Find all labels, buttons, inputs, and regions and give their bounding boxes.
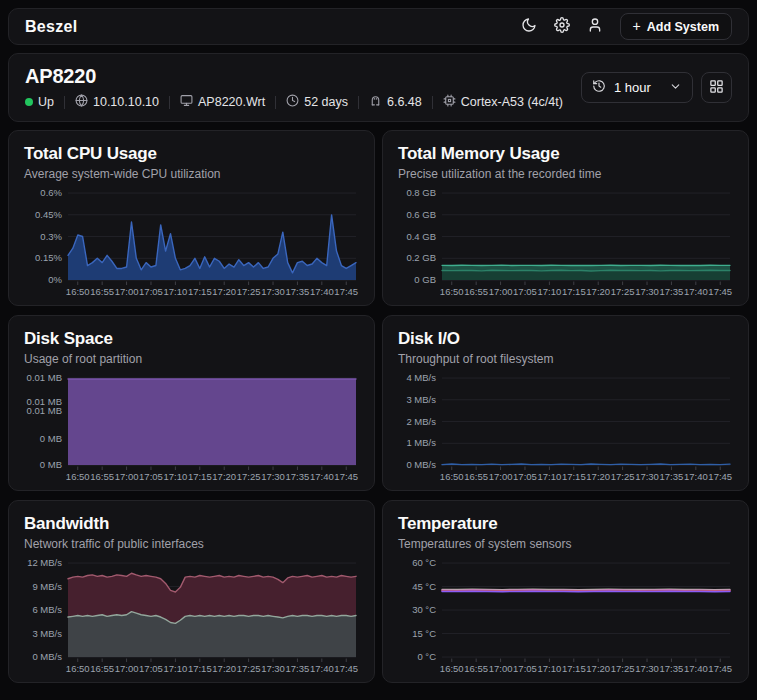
svg-text:17:35: 17:35 xyxy=(286,663,310,674)
svg-text:16:50: 16:50 xyxy=(440,471,464,482)
card-total-memory-usage: Total Memory Usage Precise utilization a… xyxy=(382,130,749,306)
svg-text:17:25: 17:25 xyxy=(237,663,261,674)
svg-text:17:35: 17:35 xyxy=(660,663,684,674)
svg-text:17:45: 17:45 xyxy=(708,471,732,482)
svg-text:0 MB: 0 MB xyxy=(40,459,62,470)
svg-text:17:30: 17:30 xyxy=(261,286,285,297)
svg-text:30 °C: 30 °C xyxy=(412,604,436,615)
system-info: AP8220 Up 10.10.10.10 xyxy=(25,65,563,110)
chevron-down-icon xyxy=(669,80,682,96)
card-subtitle: Network traffic of public interfaces xyxy=(24,537,359,551)
cpu-usage-chart[interactable]: 0%0.15%0.3%0.45%0.6%16:5016:5517:0017:05… xyxy=(24,188,359,299)
svg-text:16:55: 16:55 xyxy=(90,286,114,297)
system-hostname: AP8220.Wrt xyxy=(180,94,265,110)
charts-grid: Total CPU Usage Average system-wide CPU … xyxy=(8,130,749,683)
svg-text:17:40: 17:40 xyxy=(684,286,708,297)
theme-toggle-button[interactable] xyxy=(521,17,537,36)
memory-usage-chart[interactable]: 0 GB0.2 GB0.4 GB0.6 GB0.8 GB16:5016:5517… xyxy=(398,188,733,299)
divider xyxy=(275,96,276,109)
beszel-logo[interactable]: Beszel xyxy=(25,18,78,36)
svg-text:0.6%: 0.6% xyxy=(40,188,62,198)
svg-text:17:15: 17:15 xyxy=(562,471,586,482)
svg-text:0.01 MB: 0.01 MB xyxy=(27,373,62,383)
svg-text:17:15: 17:15 xyxy=(188,286,212,297)
svg-text:17:00: 17:00 xyxy=(115,471,139,482)
system-kernel: 6.6.48 xyxy=(369,94,422,110)
temperature-chart[interactable]: 0 °C15 °C30 °C45 °C60 °C16:5016:5517:001… xyxy=(398,558,733,676)
svg-text:0.45%: 0.45% xyxy=(35,209,62,220)
svg-text:17:05: 17:05 xyxy=(513,286,537,297)
svg-text:17:30: 17:30 xyxy=(261,471,285,482)
topbar-actions: + Add System xyxy=(521,13,732,40)
svg-text:17:35: 17:35 xyxy=(660,471,684,482)
svg-text:17:10: 17:10 xyxy=(537,663,561,674)
svg-text:16:50: 16:50 xyxy=(440,663,464,674)
svg-text:16:50: 16:50 xyxy=(66,471,90,482)
svg-text:17:30: 17:30 xyxy=(261,663,285,674)
svg-text:15 °C: 15 °C xyxy=(412,627,436,638)
svg-text:2 MB/s: 2 MB/s xyxy=(406,415,436,426)
card-title: Disk I/O xyxy=(398,329,733,349)
card-title: Disk Space xyxy=(24,329,359,349)
page: Beszel + Add System xyxy=(0,0,757,691)
svg-text:17:30: 17:30 xyxy=(635,286,659,297)
chart-controls: 1 hour xyxy=(581,72,732,103)
svg-text:17:45: 17:45 xyxy=(708,663,732,674)
svg-text:17:45: 17:45 xyxy=(334,663,358,674)
divider xyxy=(432,96,433,109)
svg-text:17:00: 17:00 xyxy=(489,663,513,674)
gear-icon xyxy=(554,17,570,36)
card-subtitle: Throughput of root filesystem xyxy=(398,352,733,366)
svg-text:17:30: 17:30 xyxy=(635,471,659,482)
svg-text:0 °C: 0 °C xyxy=(417,651,436,662)
chip-icon xyxy=(443,94,456,110)
card-disk-io: Disk I/O Throughput of root filesystem 0… xyxy=(382,315,749,491)
svg-text:0.4 GB: 0.4 GB xyxy=(406,230,436,241)
user-icon xyxy=(587,17,603,36)
settings-button[interactable] xyxy=(554,17,570,36)
divider xyxy=(169,96,170,109)
svg-text:17:25: 17:25 xyxy=(611,663,635,674)
card-subtitle: Average system-wide CPU utilization xyxy=(24,167,359,181)
system-kernel-label: 6.6.48 xyxy=(387,95,422,109)
svg-text:17:20: 17:20 xyxy=(586,471,610,482)
layout-grid-button[interactable] xyxy=(701,72,732,103)
svg-text:0.8 GB: 0.8 GB xyxy=(406,188,436,198)
svg-text:17:25: 17:25 xyxy=(237,471,261,482)
divider xyxy=(64,96,65,109)
card-title: Bandwidth xyxy=(24,514,359,534)
svg-text:0 MB: 0 MB xyxy=(40,433,62,444)
disk-io-chart[interactable]: 0 MB/s1 MB/s2 MB/s3 MB/s4 MB/s16:5016:55… xyxy=(398,373,733,484)
svg-text:17:10: 17:10 xyxy=(163,663,187,674)
card-subtitle: Precise utilization at the recorded time xyxy=(398,167,733,181)
time-range-value: 1 hour xyxy=(614,80,661,95)
system-meta-row: Up 10.10.10.10 AP8220.Wrt xyxy=(25,94,563,110)
monitor-icon xyxy=(180,94,193,110)
add-system-button[interactable]: + Add System xyxy=(620,13,732,40)
svg-text:4 MB/s: 4 MB/s xyxy=(406,373,436,383)
svg-text:17:40: 17:40 xyxy=(684,471,708,482)
user-menu-button[interactable] xyxy=(587,17,603,36)
svg-text:1 MB/s: 1 MB/s xyxy=(406,437,436,448)
svg-text:17:00: 17:00 xyxy=(115,663,139,674)
svg-text:6 MB/s: 6 MB/s xyxy=(32,604,62,615)
bandwidth-chart[interactable]: 0 MB/s3 MB/s6 MB/s9 MB/s12 MB/s16:5016:5… xyxy=(24,558,359,676)
svg-text:17:00: 17:00 xyxy=(489,471,513,482)
svg-text:17:05: 17:05 xyxy=(513,471,537,482)
svg-text:17:20: 17:20 xyxy=(212,663,236,674)
svg-text:17:35: 17:35 xyxy=(286,286,310,297)
layout-grid-icon xyxy=(709,79,724,97)
kernel-icon xyxy=(369,94,382,110)
svg-text:0.01 MB: 0.01 MB xyxy=(27,395,62,406)
svg-text:0 MB/s: 0 MB/s xyxy=(32,651,62,662)
svg-text:16:55: 16:55 xyxy=(90,663,114,674)
svg-text:17:05: 17:05 xyxy=(139,471,163,482)
time-range-select[interactable]: 1 hour xyxy=(581,72,693,103)
history-icon xyxy=(592,79,606,96)
svg-text:17:15: 17:15 xyxy=(562,663,586,674)
svg-text:17:15: 17:15 xyxy=(188,471,212,482)
disk-space-chart[interactable]: 0 MB0 MB0.01 MB0.01 MB0.01 MB16:5016:551… xyxy=(24,373,359,484)
svg-text:17:10: 17:10 xyxy=(163,471,187,482)
svg-text:17:45: 17:45 xyxy=(334,286,358,297)
status-dot-icon xyxy=(25,98,33,106)
